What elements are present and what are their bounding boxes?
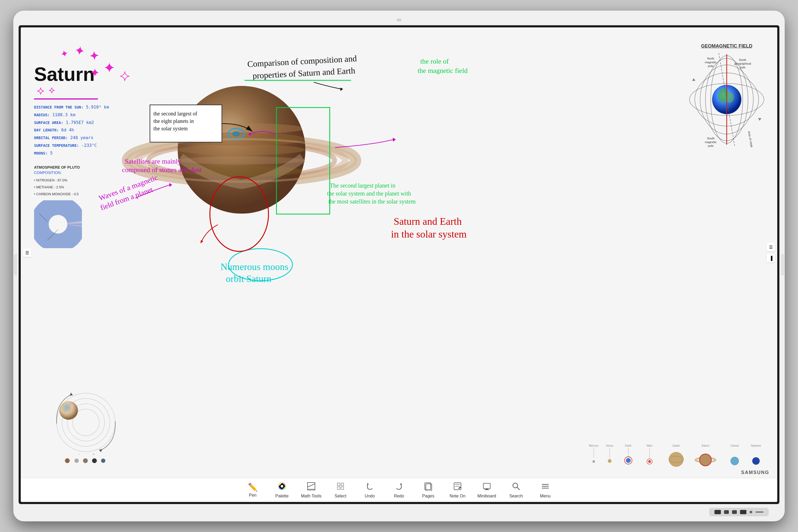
atmosphere-section: ATMOSPHERE OF PLUTO COMPOSITION: • NITRO…	[34, 165, 114, 198]
svg-point-7	[178, 145, 305, 155]
sidebar-menu-btn[interactable]: ☰	[23, 248, 32, 257]
svg-marker-128	[367, 483, 369, 485]
math-tools-label: Math Tools	[301, 494, 321, 498]
svg-text:North: North	[739, 58, 746, 61]
miniboard-label: Miniboard	[477, 494, 496, 498]
composition-label: COMPOSITION:	[34, 171, 114, 175]
svg-text:Uranus: Uranus	[730, 444, 739, 447]
svg-text:orbit Saturn: orbit Saturn	[226, 273, 271, 284]
toolbar-select[interactable]: Select	[326, 480, 355, 501]
toolbar-math-tools[interactable]: Math Tools	[297, 480, 326, 501]
svg-text:the role of: the role of	[420, 57, 449, 65]
pages-icon	[424, 482, 433, 493]
orbital-period-label: ORBITAL PERIOD:	[34, 136, 68, 140]
port-strip	[709, 508, 769, 516]
solar-planets-svg: Mercury Venus Earth Mars Jupiter Saturn …	[586, 443, 772, 475]
sidebar-right-btn[interactable]: ☰	[766, 243, 775, 251]
methane-value: 2.5%	[56, 185, 64, 189]
svg-text:Numerous moons: Numerous moons	[221, 262, 288, 272]
left-info-panel: ✦ ✦ ✦ Saturn ✦ ✦ DISTANCE FRO	[34, 49, 114, 249]
svg-line-139	[517, 487, 519, 490]
saturn-visual	[122, 49, 361, 248]
orbital-period-value: 248 years	[70, 135, 93, 140]
screen-container: SAMSUNG ☰ ☰ ▐	[19, 25, 779, 504]
svg-text:✦: ✦	[73, 43, 87, 59]
math-tools-icon	[307, 482, 316, 493]
svg-text:Earth: Earth	[625, 444, 631, 447]
surface-temp-label: SURFACE TEMPERATURE:	[34, 144, 79, 148]
day-length-value: 6d 4h	[61, 128, 74, 132]
port-hdmi-2	[740, 510, 746, 514]
select-icon	[336, 482, 345, 493]
svg-text:pole: pole	[708, 64, 714, 68]
pen-icon: ✏️	[248, 482, 258, 492]
device-bottom	[19, 506, 779, 519]
pen-label: Pen	[249, 493, 256, 498]
svg-text:South: South	[707, 137, 715, 140]
distance-value: 5.910⁹ km	[86, 104, 109, 110]
port-audio	[749, 511, 752, 513]
toolbar-pages[interactable]: Pages	[414, 480, 443, 501]
redo-label: Redo	[394, 494, 404, 498]
svg-text:the magnetic field: the magnetic field	[418, 67, 468, 75]
miniboard-icon	[482, 482, 491, 493]
svg-rect-125	[341, 483, 344, 486]
toolbar-miniboard[interactable]: Miniboard	[472, 480, 501, 501]
toolbar-palette[interactable]: Palette	[267, 480, 297, 501]
svg-point-95	[669, 452, 684, 467]
svg-marker-129	[400, 483, 402, 485]
title-underline	[34, 98, 98, 99]
search-label: Search	[509, 494, 523, 498]
toolbar: ✏️ Pen	[21, 478, 777, 502]
undo-icon	[365, 482, 374, 493]
svg-marker-110	[99, 449, 102, 452]
svg-point-5	[178, 123, 305, 134]
co-value: 0.5	[74, 192, 79, 196]
svg-text:Saturn and Earth: Saturn and Earth	[394, 216, 462, 227]
toolbar-menu[interactable]: Menu	[531, 480, 560, 501]
svg-text:geographical: geographical	[735, 62, 751, 65]
saturn-inline-stars: ✦ ✦	[35, 84, 62, 97]
radius-label: RADIUS:	[34, 113, 50, 117]
svg-point-116	[92, 458, 97, 463]
svg-marker-72	[393, 137, 396, 141]
svg-point-114	[75, 459, 79, 463]
svg-text:North: North	[707, 57, 715, 60]
svg-point-103	[752, 457, 760, 465]
svg-point-117	[101, 459, 105, 463]
distance-label: DISTANCE FROM THE SUN:	[34, 105, 83, 109]
note-on-label: Note On	[450, 494, 466, 498]
svg-text:✦: ✦	[37, 86, 44, 96]
note-on-icon	[453, 482, 462, 493]
svg-rect-124	[337, 483, 340, 486]
toolbar-note-on[interactable]: Note On	[443, 480, 472, 501]
svg-point-115	[83, 458, 88, 463]
orbit-svg: ♂ ♄	[53, 389, 119, 456]
search-icon	[512, 482, 520, 493]
toolbar-redo[interactable]: Redo	[384, 480, 414, 501]
toolbar-search[interactable]: Search	[501, 480, 531, 501]
svg-line-122	[307, 484, 315, 487]
svg-point-89	[592, 460, 595, 463]
sidebar-left: ☰	[23, 248, 32, 257]
sidebar-right-btn2[interactable]: ▐	[766, 254, 775, 263]
solar-system-row: Mercury Venus Earth Mars Jupiter Saturn …	[586, 443, 772, 475]
svg-rect-135	[483, 483, 490, 489]
surface-temp-value: -233°C	[81, 143, 97, 148]
sidebar-right: ☰ ▐	[766, 243, 775, 263]
svg-text:pole: pole	[740, 66, 746, 69]
toolbar-pen[interactable]: ✏️ Pen	[238, 480, 267, 501]
toolbar-undo[interactable]: Undo	[355, 480, 384, 501]
geo-diagram: GEOMAGNETIC FIELD	[684, 43, 769, 150]
content-area: ☰ ☰ ▐	[21, 27, 777, 478]
svg-point-120	[281, 485, 283, 488]
port-hdmi-1	[715, 510, 721, 514]
menu-icon	[541, 482, 550, 493]
svg-text:♂: ♂	[78, 453, 80, 456]
device-frame: SAMSUNG ☰ ☰ ▐	[13, 11, 785, 521]
planet-dots-svg	[62, 457, 142, 465]
geomagnetic-label: GEOMAGNETIC FIELD	[684, 43, 769, 49]
info-list: DISTANCE FROM THE SUN: 5.910⁹ km RADIUS:…	[34, 103, 114, 157]
svg-text:pole: pole	[708, 144, 714, 147]
svg-text:Saturn: Saturn	[701, 444, 709, 447]
